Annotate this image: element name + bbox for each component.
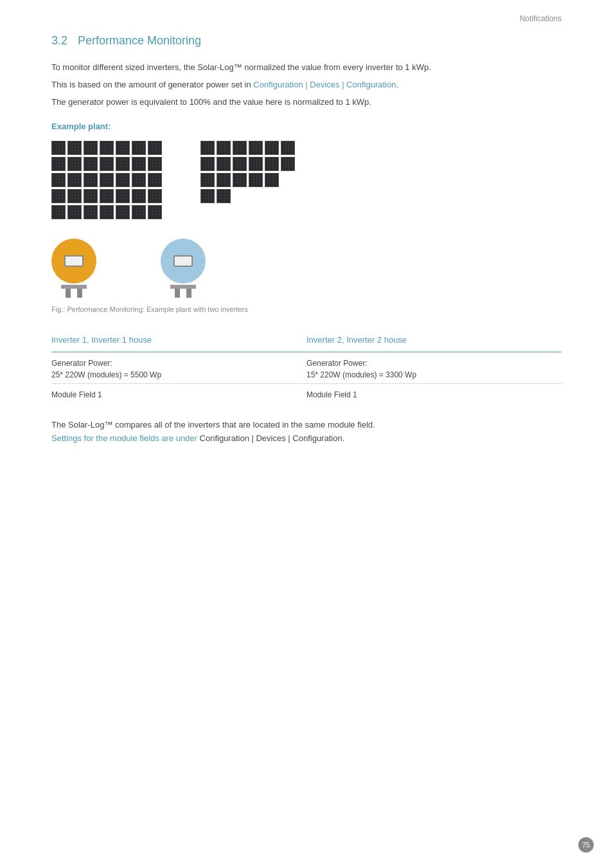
panel-group-left [51, 141, 162, 219]
table-cell-module-field-1: Module Field 1 [51, 383, 306, 403]
footer-text-part2: Configuration | Devices | Configuration. [200, 433, 345, 443]
footer-paragraph-2: Settings for the module fields are under… [51, 432, 562, 446]
panel-cell [67, 157, 82, 171]
table-cell-gen-power-1: Generator Power:25* 220W (modules) = 550… [51, 352, 306, 383]
panel-cell [132, 141, 146, 155]
table-header-col1: Inverter 1, Inverter 1 house [51, 330, 306, 352]
panel-cell [67, 141, 82, 155]
panel-cell [233, 173, 247, 187]
panel-cell [84, 189, 98, 203]
panel-cell [233, 141, 247, 155]
panel-cell [217, 157, 231, 171]
panel-cell [148, 173, 162, 187]
panel-cell [84, 141, 98, 155]
panel-cell [116, 141, 130, 155]
paragraph-3: The generator power is equivalent to 100… [51, 96, 562, 109]
panel-cell [100, 173, 114, 187]
panel-cell [148, 205, 162, 219]
inverter-2-leg-right [186, 289, 191, 298]
panel-cell [100, 205, 114, 219]
inverter-1-leg-right [77, 289, 82, 298]
panel-cell [67, 189, 82, 203]
page: Notifications 3.2 Performance Monitoring… [0, 0, 613, 868]
panel-cell [51, 205, 66, 219]
table-header-col2: Inverter 2, Inverter 2 house [306, 330, 562, 352]
inverter-1-icon [51, 239, 96, 298]
table-cell-module-field-2: Module Field 1 [306, 383, 562, 403]
panel-cell [84, 205, 98, 219]
panel-cell [281, 157, 295, 171]
section-number: 3.2 [51, 32, 67, 50]
panel-cell [200, 173, 215, 187]
panel-cell [148, 189, 162, 203]
panel-cell [200, 157, 215, 171]
config-link-1[interactable]: Configuration | Devices | Configuration [253, 80, 396, 89]
inverter-2-leg-left [175, 289, 180, 298]
inverter-1-leg-left [66, 289, 71, 298]
panel-cell [116, 173, 130, 187]
fig-caption: Fig.: Performance Monitoring: Example pl… [51, 304, 562, 315]
panel-cell [51, 141, 66, 155]
panel-cell [265, 173, 279, 187]
panel-cell [100, 189, 114, 203]
inverter-2-body [161, 239, 206, 284]
panel-cell [132, 157, 146, 171]
panel-cell [148, 157, 162, 171]
panel-cell [200, 141, 215, 155]
panel-cell [200, 189, 215, 203]
panel-group-right [200, 141, 295, 203]
panel-cell [132, 189, 146, 203]
panel-cell [217, 141, 231, 155]
panel-cell [249, 141, 263, 155]
inverter-1-legs [66, 289, 82, 298]
table-cell-gen-power-2: Generator Power:15* 220W (modules) = 330… [306, 352, 562, 383]
panel-cell [132, 205, 146, 219]
footer-paragraph-1: The Solar-Log™ compares all of the inver… [51, 419, 562, 432]
table-row: Module Field 1 Module Field 1 [51, 383, 562, 403]
panel-cell [51, 173, 66, 187]
panel-cell [249, 157, 263, 171]
comparison-table: Inverter 1, Inverter 1 house Inverter 2,… [51, 330, 562, 403]
example-label: Example plant: [51, 120, 562, 133]
panel-cell [116, 189, 130, 203]
panel-cell [116, 205, 130, 219]
panels-illustration [51, 141, 562, 219]
table-row: Generator Power:25* 220W (modules) = 550… [51, 352, 562, 383]
panel-cell [281, 141, 295, 155]
panel-cell [51, 157, 66, 171]
panel-cell [100, 141, 114, 155]
paragraph-1: To monitor different sized inverters, th… [51, 61, 562, 75]
panel-cell [132, 173, 146, 187]
panel-cell [217, 189, 231, 203]
panel-cell [84, 173, 98, 187]
section-heading: 3.2 Performance Monitoring [51, 32, 562, 50]
page-number: 75 [578, 837, 594, 853]
footer-link-text[interactable]: Settings for the module fields are under [51, 433, 197, 443]
panel-cell [51, 189, 66, 203]
inverters-row [51, 239, 562, 298]
panel-cell [233, 157, 247, 171]
inverter-1-screen [64, 255, 84, 267]
panel-cell [100, 157, 114, 171]
panel-cell [67, 205, 82, 219]
inverter-2-legs [175, 289, 191, 298]
panel-cell [116, 157, 130, 171]
panel-cell [67, 173, 82, 187]
panel-cell [84, 157, 98, 171]
paragraph-2: This is based on the amount of generator… [51, 78, 562, 92]
paragraph-2-text: This is based on the amount of generator… [51, 80, 253, 89]
panel-cell [217, 173, 231, 187]
panel-cell [265, 157, 279, 171]
paragraph-2-dot: . [396, 80, 398, 89]
panel-cell [249, 173, 263, 187]
panel-cell [265, 141, 279, 155]
inverter-1-body [51, 239, 96, 284]
section-title: Performance Monitoring [78, 32, 201, 50]
inverter-2-screen [173, 255, 193, 267]
top-right-label: Notifications [520, 13, 562, 24]
inverter-2-icon [161, 239, 206, 298]
panel-cell [148, 141, 162, 155]
footer-section: The Solar-Log™ compares all of the inver… [51, 419, 562, 446]
